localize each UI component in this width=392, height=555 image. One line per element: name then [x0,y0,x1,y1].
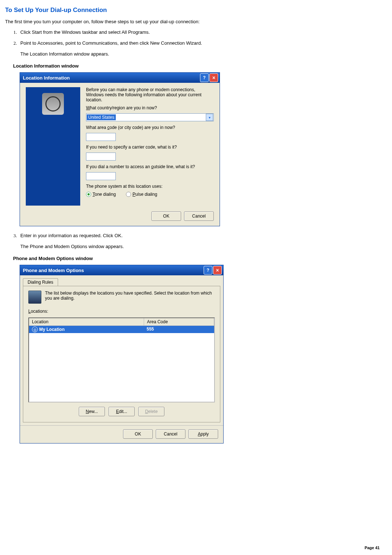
titlebar: Location Information ? × [20,73,220,83]
col-location[interactable]: Location [29,318,144,325]
phone-icon [42,93,64,115]
apply-button[interactable]: Apply [188,429,218,439]
location-icon: ◎ [32,327,38,332]
outside-input[interactable] [86,172,116,180]
help-icon[interactable]: ? [200,73,209,82]
close-icon[interactable]: × [209,73,218,82]
figure-2-caption: Phone and Modem Options window [13,256,387,261]
intro-text: The first time you turn your computer on… [5,19,387,24]
locations-label: Locations: [28,309,215,314]
table-row[interactable]: ◎My Location 555 [29,326,214,333]
row-location: My Location [39,327,65,332]
outside-label: If you dial a number to access an outsid… [86,164,214,169]
help-icon[interactable]: ? [204,266,212,275]
modem-icon [28,291,41,304]
dialog-description: The list below displays the locations yo… [45,291,215,301]
country-value: United States [87,114,116,120]
phone-modem-window: Phone and Modem Options ? × Dialing Rule… [20,265,224,443]
country-label: What country/region are you in now? [86,105,214,110]
step-2: Point to Accessories, point to Communica… [18,40,387,57]
step-3-text: Enter in your information as requested. … [20,233,123,238]
pulse-radio[interactable]: Pulse dialing [126,192,157,197]
phonesystem-label: The phone system at this location uses: [86,184,214,189]
col-areacode[interactable]: Area Code [144,318,214,325]
cancel-button[interactable]: Cancel [156,429,185,439]
titlebar: Phone and Modem Options ? × [20,265,223,275]
location-information-window: Location Information ? × Before you can … [20,72,220,226]
areacode-label: What area code (or city code) are you in… [86,125,214,130]
step-1-text: Click Start from the Windows taskbar and… [20,29,150,35]
country-select[interactable]: United States ▾ [86,113,214,121]
window-title: Location Information [23,75,70,81]
carrier-input[interactable] [86,153,116,161]
carrier-label: If you need to specify a carrier code, w… [86,145,214,150]
ok-button[interactable]: OK [151,211,181,221]
areacode-input[interactable] [86,133,116,141]
step-1: Click Start from the Windows taskbar and… [18,29,387,35]
delete-button: Delete [138,407,164,416]
tab-dialing-rules[interactable]: Dialing Rules [23,278,58,286]
step-3-note: The Phone and Modem Options window appea… [20,244,387,249]
tone-radio[interactable]: Tone dialing [86,192,116,197]
dialog-description: Before you can make any phone or modem c… [86,87,214,102]
ok-button[interactable]: OK [123,429,153,439]
window-title: Phone and Modem Options [23,268,84,273]
figure-1-caption: Location Information window [13,63,387,69]
new-button[interactable]: New... [79,407,105,416]
step-3: Enter in your information as requested. … [18,233,387,249]
locations-table[interactable]: Location Area Code ◎My Location 555 [28,317,215,402]
close-icon[interactable]: × [213,266,222,275]
chevron-down-icon[interactable]: ▾ [206,114,213,121]
sidebar-graphic [26,87,80,206]
step-2-text: Point to Accessories, point to Communica… [20,40,202,46]
step-2-note: The Location Information window appears. [20,51,387,57]
cancel-button[interactable]: Cancel [184,211,214,221]
row-areacode: 555 [147,327,154,332]
page-title: To Set Up Your Dial-up Connection [5,7,387,14]
edit-button[interactable]: Edit... [109,407,135,416]
page-number: Page 41 [364,546,380,550]
